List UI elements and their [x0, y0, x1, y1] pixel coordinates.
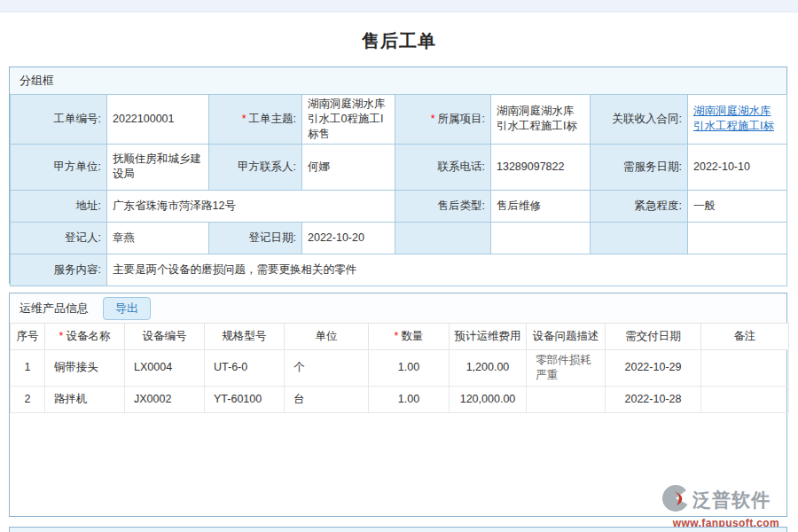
value-register-date: 2022-10-20 — [302, 222, 395, 254]
value-aftersale-type: 售后维修 — [491, 190, 591, 222]
label-text: 关联收入合同: — [613, 113, 682, 125]
top-bar — [0, 0, 798, 12]
form-row-1: 工单编号: 2022100001 *工单主题: 湖南洞庭湖水库引水工0程施工I标… — [11, 95, 787, 145]
required-asterisk: * — [242, 113, 246, 125]
col-header-note: 备注 — [701, 324, 789, 350]
products-section-title: 运维产品信息 — [20, 301, 89, 317]
order-group-box: 分组框 工单编号: 2022100001 *工单主题: 湖南洞庭湖水库引水工0程… — [9, 66, 787, 284]
cell-unit: 台 — [285, 386, 369, 412]
form-row-4: 登记人: 章燕 登记日期: 2022-10-20 — [11, 222, 787, 254]
label-service-date: 需服务日期: — [591, 144, 688, 190]
label-text: 联系电话: — [438, 160, 485, 173]
export-button[interactable]: 导出 — [103, 297, 151, 320]
col-header-qty: *数量 — [369, 324, 450, 350]
value-project: 湖南洞庭湖水库引水工程施工I标 — [491, 95, 591, 145]
header-text: 数量 — [401, 330, 423, 342]
header-text: 预计运维费用 — [455, 330, 521, 342]
col-header-cost: 预计运维费用 — [450, 324, 527, 350]
col-header-seq: 序号 — [11, 324, 45, 350]
products-table: 序号 *设备名称 设备编号 规格型号 单位 *数量 预计运维费用 设备问题描述 … — [10, 323, 789, 413]
label-service-content: 服务内容: — [11, 254, 107, 286]
brand-row: 泛普软件 — [661, 484, 791, 516]
value-service-content: 主要是两个设备的磨损问题，需要更换相关的零件 — [107, 254, 787, 286]
cell-device-code: JX0002 — [125, 386, 205, 412]
label-address: 地址: — [11, 190, 107, 222]
cell-device-name: 路拌机 — [45, 386, 125, 412]
label-text: 登记人: — [65, 231, 101, 244]
header-text: 设备名称 — [66, 330, 110, 342]
header-text: 需交付日期 — [625, 330, 681, 342]
header-text: 设备编号 — [143, 330, 187, 342]
cell-device-code: LX0004 — [125, 350, 205, 387]
table-row: 1 铜带接头 LX0004 UT-6-0 个 1.00 1,200.00 零部件… — [11, 350, 789, 387]
label-income-contract: 关联收入合同: — [591, 95, 688, 145]
label-text: 所属项目: — [438, 113, 485, 125]
cell-unit: 个 — [285, 350, 369, 387]
value-address: 广东省珠海市菏泽路12号 — [107, 190, 395, 222]
cell-issue — [527, 386, 606, 412]
label-text: 登记日期: — [249, 231, 296, 244]
value-service-date: 2022-10-10 — [688, 144, 787, 190]
cell-cost: 1,200.00 — [450, 350, 527, 387]
form-row-2: 甲方单位: 抚顺住房和城乡建设局 甲方联系人: 何娜 联系电话: 1328909… — [11, 144, 787, 190]
col-header-issue: 设备问题描述 — [527, 324, 606, 350]
value-subject: 湖南洞庭湖水库引水工0程施工I标售 — [302, 95, 395, 145]
required-asterisk: * — [431, 113, 435, 125]
label-party-a-unit: 甲方单位: — [11, 144, 107, 190]
header-text: 规格型号 — [223, 330, 267, 342]
label-text: 甲方单位: — [54, 160, 101, 173]
label-text: 需服务日期: — [623, 160, 682, 173]
group-box-header: 分组框 — [10, 67, 786, 94]
products-section-header: 运维产品信息 导出 — [10, 293, 786, 323]
income-contract-link[interactable]: 湖南洞庭湖水库引水工程施工I标 — [693, 105, 774, 132]
col-header-unit: 单位 — [285, 324, 369, 350]
label-text: 甲方联系人: — [238, 160, 296, 173]
empty-label-cell — [591, 222, 688, 254]
header-text: 序号 — [17, 330, 39, 342]
value-urgency: 一般 — [688, 190, 787, 222]
value-registrant: 章燕 — [107, 222, 209, 254]
page-title: 售后工单 — [0, 29, 798, 53]
header-text: 备注 — [734, 330, 756, 342]
col-header-device-name: *设备名称 — [45, 324, 125, 350]
table-row: 2 路拌机 JX0002 YT-60100 台 1.00 120,000.00 … — [11, 386, 789, 412]
label-text: 售后类型: — [438, 200, 485, 212]
value-phone: 13289097822 — [491, 144, 591, 190]
form-row-5: 服务内容: 主要是两个设备的磨损问题，需要更换相关的零件 — [11, 254, 787, 286]
cell-qty: 1.00 — [369, 386, 450, 412]
value-party-a-unit: 抚顺住房和城乡建设局 — [107, 144, 209, 190]
label-project: *所属项目: — [395, 95, 491, 145]
col-header-model: 规格型号 — [205, 324, 285, 350]
cell-note — [701, 350, 789, 387]
empty-label-cell — [395, 222, 491, 254]
products-header-row: 序号 *设备名称 设备编号 规格型号 单位 *数量 预计运维费用 设备问题描述 … — [11, 324, 789, 350]
header-text: 设备问题描述 — [533, 330, 599, 342]
value-income-contract: 湖南洞庭湖水库引水工程施工I标 — [688, 95, 787, 145]
order-form-table: 工单编号: 2022100001 *工单主题: 湖南洞庭湖水库引水工0程施工I标… — [10, 94, 787, 286]
cell-due-date: 2022-10-28 — [606, 386, 701, 412]
cell-note — [701, 386, 789, 412]
label-phone: 联系电话: — [395, 144, 491, 190]
label-party-a-contact: 甲方联系人: — [209, 144, 302, 190]
cell-seq: 2 — [11, 386, 45, 412]
col-header-device-code: 设备编号 — [125, 324, 205, 350]
col-header-due-date: 需交付日期 — [606, 324, 701, 350]
label-order-no: 工单编号: — [11, 95, 107, 145]
cell-device-name: 铜带接头 — [45, 350, 125, 387]
cell-model: UT-6-0 — [205, 350, 285, 387]
label-text: 紧急程度: — [635, 200, 682, 212]
cell-cost: 120,000.00 — [450, 386, 527, 412]
cell-model: YT-60100 — [205, 386, 285, 412]
label-aftersale-type: 售后类型: — [395, 190, 491, 222]
label-registrant: 登记人: — [11, 222, 107, 254]
brand-name: 泛普软件 — [692, 488, 771, 512]
next-section-partial-box — [9, 527, 787, 532]
screen: 售后工单 分组框 工单编号: 2022100001 *工单主题: 湖南洞庭湖水库… — [0, 0, 798, 532]
cell-due-date: 2022-10-29 — [606, 350, 701, 387]
cell-qty: 1.00 — [369, 350, 450, 387]
label-text: 服务内容: — [54, 263, 101, 276]
label-register-date: 登记日期: — [209, 222, 302, 254]
label-text: 工单编号: — [54, 113, 101, 125]
label-urgency: 紧急程度: — [591, 190, 688, 222]
label-subject: *工单主题: — [209, 95, 302, 145]
